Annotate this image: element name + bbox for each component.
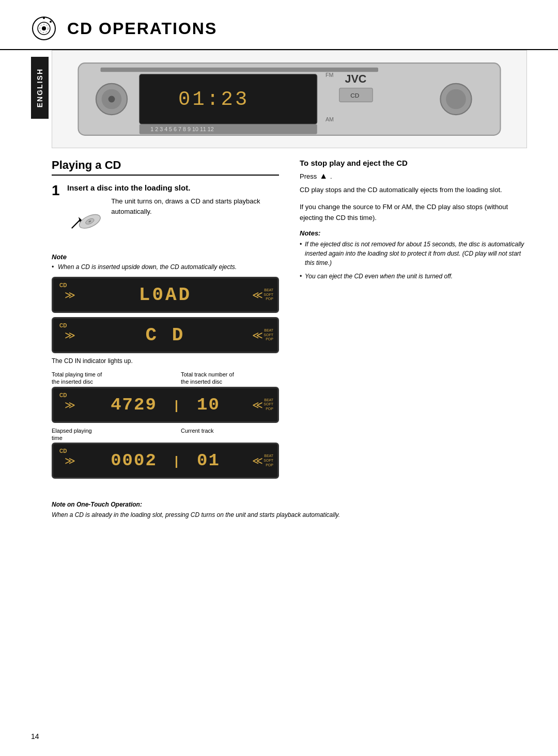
- main-content: Playing a CD 1 Insert a disc into the lo…: [0, 148, 558, 493]
- cd-indicator-3: CD: [59, 392, 67, 398]
- disc-insert-icon: [67, 196, 103, 238]
- note-bullet: When a CD is inserted upside down, the C…: [52, 262, 279, 272]
- cd-indicator-1: CD: [59, 282, 67, 288]
- cd-indicator-2: CD: [59, 323, 67, 328]
- bottom-note: Note on One-Touch Operation: When a CD i…: [0, 493, 558, 527]
- step-number: 1: [52, 183, 62, 245]
- beats-3: BEAT SOFT POP: [264, 398, 273, 411]
- display-screen-load: CD ≫ L0AD ≪ BEAT SOFT POP: [52, 277, 279, 313]
- english-label: ENGLISH: [36, 68, 44, 107]
- notes-label: Notes:: [300, 229, 527, 237]
- total-track-label: Total track number ofthe inserted disc: [181, 371, 279, 386]
- step-title: Insert a disc into the loading slot.: [67, 183, 279, 192]
- stop-body-text-2: If you change the source to FM or AM, th…: [300, 202, 527, 224]
- bottom-note-text: When a CD is already in the loading slot…: [52, 510, 527, 519]
- current-track-label: Current track: [181, 427, 279, 442]
- page-title: CD OPERATIONS: [67, 19, 217, 38]
- svg-text:01:23: 01:23: [178, 88, 250, 111]
- cd-icon: [31, 15, 57, 41]
- insert-illustration: The unit turns on, draws a CD and starts…: [67, 196, 279, 238]
- arrows-left-2: ≫: [65, 329, 75, 341]
- beats-4: BEAT SOFT POP: [264, 454, 273, 467]
- playing-cd-title: Playing a CD: [52, 159, 279, 176]
- device-image: 01:23 JVC CD 1 2 3 4 5 6 7 8 9 10 11 12 …: [52, 50, 527, 148]
- notes-section: Notes: If the ejected disc is not remove…: [300, 229, 527, 281]
- arrows-right-3: ≪: [252, 399, 263, 411]
- cd-indicator-4: CD: [59, 448, 67, 454]
- note-item-1: If the ejected disc is not removed for a…: [300, 240, 527, 267]
- note-label: Note: [52, 253, 279, 261]
- svg-point-3: [43, 17, 45, 19]
- note-section: Note When a CD is inserted upside down, …: [52, 253, 279, 272]
- svg-text:1  2  3  4  5  6  7  8  9  10 : 1 2 3 4 5 6 7 8 9 10 11 12: [150, 126, 214, 132]
- arrows-left-1: ≫: [65, 289, 75, 301]
- svg-rect-7: [101, 68, 379, 72]
- bottom-note-title: Note on One-Touch Operation:: [52, 501, 527, 508]
- press-eject-text: Press ▲ .: [300, 171, 527, 181]
- cd-display-text: C D: [146, 325, 185, 346]
- page-number: 14: [31, 732, 39, 741]
- svg-point-2: [42, 26, 46, 30]
- arrows-right-1: ≪: [252, 289, 263, 301]
- period: .: [330, 172, 332, 180]
- step-1: 1 Insert a disc into the loading slot. T…: [52, 183, 279, 245]
- load-text: L0AD: [139, 285, 192, 306]
- arrows-left-4: ≫: [65, 454, 75, 467]
- step-body-text: The unit turns on, draws a CD and starts…: [111, 196, 279, 238]
- note-item-2: You can eject the CD even when the unit …: [300, 272, 527, 281]
- stop-body-text-1: CD play stops and the CD automatically e…: [300, 185, 527, 196]
- elapsed-text: 0002 | 01: [111, 451, 220, 470]
- display-screen-elapsed: CD ≫ 0002 | 01 ≪ BEAT SOFT POP: [52, 443, 279, 479]
- cd-in-caption: The CD IN indicator lights up.: [52, 357, 279, 365]
- eject-icon: ▲: [319, 171, 328, 181]
- display-screen-cd: CD ≫ C D ≪ BEAT SOFT POP: [52, 317, 279, 353]
- stop-section-title: To stop play and eject the CD: [300, 159, 527, 167]
- svg-text:CD: CD: [350, 92, 359, 99]
- press-label: Press: [300, 172, 317, 180]
- svg-point-10: [109, 96, 115, 103]
- english-sidebar: ENGLISH: [31, 57, 49, 119]
- svg-text:JVC: JVC: [345, 73, 366, 85]
- arrows-right-4: ≪: [252, 454, 263, 467]
- svg-point-17: [446, 89, 466, 109]
- arrows-right-2: ≪: [252, 329, 263, 341]
- svg-point-4: [50, 21, 52, 23]
- arrows-left-3: ≫: [65, 399, 75, 411]
- total-playing-label: Total playing time ofthe inserted disc: [52, 371, 150, 386]
- total-time-text: 4729 | 10: [111, 395, 220, 415]
- elapsed-playing-label: Elapsed playingtime: [52, 427, 150, 442]
- device-svg: 01:23 JVC CD 1 2 3 4 5 6 7 8 9 10 11 12 …: [67, 55, 512, 143]
- beats-2: BEAT SOFT POP: [264, 328, 273, 341]
- display-screen-time: CD ≫ 4729 | 10 ≪ BEAT SOFT POP: [52, 387, 279, 423]
- page-header: CD OPERATIONS: [0, 0, 558, 50]
- beats-1: BEAT SOFT POP: [264, 288, 273, 301]
- svg-text:AM: AM: [326, 116, 334, 122]
- left-column: Playing a CD 1 Insert a disc into the lo…: [52, 159, 279, 483]
- svg-text:FM: FM: [326, 72, 334, 78]
- right-column: To stop play and eject the CD Press ▲ . …: [300, 159, 527, 483]
